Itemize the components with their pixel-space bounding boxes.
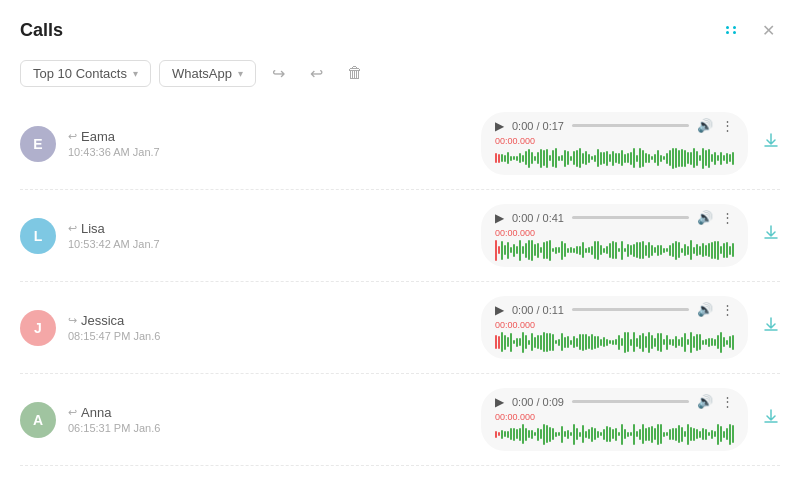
grid-icon xyxy=(726,26,738,34)
waveform-bar xyxy=(633,332,635,352)
more-options-icon[interactable]: ⋮ xyxy=(721,394,734,409)
more-options-icon[interactable]: ⋮ xyxy=(721,118,734,133)
waveform-bar xyxy=(507,242,509,259)
waveform-bar xyxy=(621,424,623,445)
waveform-bar xyxy=(573,151,575,165)
reply-button[interactable]: ↩ xyxy=(302,58,332,88)
waveform-bar xyxy=(708,243,710,257)
waveform-bar xyxy=(555,247,557,254)
volume-icon[interactable]: 🔊 xyxy=(697,118,713,133)
play-button[interactable]: ▶ xyxy=(495,303,504,317)
more-options-icon[interactable]: ⋮ xyxy=(721,302,734,317)
waveform-bar xyxy=(729,336,731,348)
incoming-call-icon: ↩ xyxy=(68,406,77,419)
whatsapp-dropdown[interactable]: WhatsApp ▾ xyxy=(159,60,256,87)
waveform xyxy=(495,239,734,261)
avatar: J xyxy=(20,310,56,346)
waveform-bar xyxy=(516,338,518,347)
waveform-bar xyxy=(609,340,611,344)
contact-name: ↩ Lisa xyxy=(68,221,188,236)
delete-button[interactable]: 🗑 xyxy=(340,58,370,88)
waveform-bar xyxy=(582,334,584,351)
volume-icon[interactable]: 🔊 xyxy=(697,210,713,225)
play-button[interactable]: ▶ xyxy=(495,395,504,409)
waveform-bar xyxy=(597,431,599,438)
waveform-container: 00:00.000 xyxy=(495,412,734,445)
download-button[interactable] xyxy=(762,224,780,247)
waveform-bar xyxy=(618,335,620,350)
waveform-bar xyxy=(570,340,572,345)
download-button[interactable] xyxy=(762,408,780,431)
volume-icon[interactable]: 🔊 xyxy=(697,394,713,409)
waveform-bar xyxy=(501,241,503,260)
waveform-bar xyxy=(582,153,584,164)
waveform-container: 00:00.000 xyxy=(495,136,734,169)
progress-bar[interactable] xyxy=(572,308,689,311)
waveform-bar xyxy=(576,338,578,347)
waveform-bar xyxy=(699,431,701,438)
waveform-bar xyxy=(552,334,554,351)
waveform-bar xyxy=(618,153,620,164)
close-button[interactable]: ✕ xyxy=(756,18,780,42)
waveform-bar xyxy=(522,246,524,254)
waveform-bar xyxy=(561,333,563,351)
waveform-bar xyxy=(579,432,581,437)
volume-icon[interactable]: 🔊 xyxy=(697,302,713,317)
waveform-bar xyxy=(606,426,608,442)
waveform-bar xyxy=(528,149,530,168)
download-button[interactable] xyxy=(762,316,780,339)
play-button[interactable]: ▶ xyxy=(495,211,504,225)
waveform-bar xyxy=(615,153,617,163)
waveform-bar xyxy=(663,156,665,160)
contact-info: ↩ Eama 10:43:36 AM Jan.7 xyxy=(68,129,188,158)
forward-button[interactable]: ↪ xyxy=(264,58,294,88)
waveform-bar xyxy=(642,333,644,352)
progress-bar[interactable] xyxy=(572,124,689,127)
waveform-bar xyxy=(567,430,569,439)
waveform-bar xyxy=(585,151,587,165)
download-icon xyxy=(762,224,780,242)
time-display: 0:00 / 0:11 xyxy=(512,304,564,316)
waveform-bar xyxy=(540,149,542,168)
waveform-bar xyxy=(504,245,506,255)
contact-name-text: Lisa xyxy=(81,221,105,236)
play-button[interactable]: ▶ xyxy=(495,119,504,133)
waveform-bar xyxy=(579,148,581,168)
waveform-bar xyxy=(510,247,512,253)
progress-bar[interactable] xyxy=(572,216,689,219)
waveform-bar xyxy=(642,424,644,444)
waveform-bar xyxy=(717,424,719,445)
waveform-bar xyxy=(519,338,521,346)
waveform-bar xyxy=(678,242,680,258)
waveform-bar xyxy=(660,155,662,162)
top-contacts-dropdown[interactable]: Top 10 Contacts ▾ xyxy=(20,60,151,87)
grid-icon-button[interactable] xyxy=(720,18,744,42)
call-timestamp: 10:43:36 AM Jan.7 xyxy=(68,146,188,158)
more-options-icon[interactable]: ⋮ xyxy=(721,210,734,225)
waveform-bar xyxy=(723,431,725,438)
waveform-bar xyxy=(690,240,692,260)
progress-bar[interactable] xyxy=(572,400,689,403)
waveform-bar xyxy=(717,241,719,260)
waveform-container: 00:00.000 xyxy=(495,320,734,353)
waveform-timestamp: 00:00.000 xyxy=(495,228,734,238)
waveform-bar xyxy=(612,151,614,166)
waveform-bar xyxy=(513,156,515,160)
waveform-bar xyxy=(525,335,527,349)
call-item: A ↩ Anna 06:15:31 PM Jan.6 ▶ 0:00 / 0:09… xyxy=(20,374,780,466)
waveform-bar xyxy=(594,155,596,162)
waveform-bar xyxy=(666,432,668,436)
waveform-bar xyxy=(501,154,503,162)
download-button[interactable] xyxy=(762,132,780,155)
waveform-bar xyxy=(501,430,503,439)
waveform-bar xyxy=(528,240,530,260)
waveform-bar xyxy=(696,151,698,166)
audio-player: ▶ 0:00 / 0:41 🔊 ⋮ 00:00.000 xyxy=(481,204,748,267)
waveform-bar xyxy=(507,431,509,438)
waveform-bar xyxy=(693,428,695,441)
waveform-bar xyxy=(537,243,539,258)
waveform-bar xyxy=(660,424,662,444)
waveform-bar xyxy=(501,332,503,352)
waveform-bar xyxy=(654,247,656,253)
waveform-bar xyxy=(588,429,590,439)
